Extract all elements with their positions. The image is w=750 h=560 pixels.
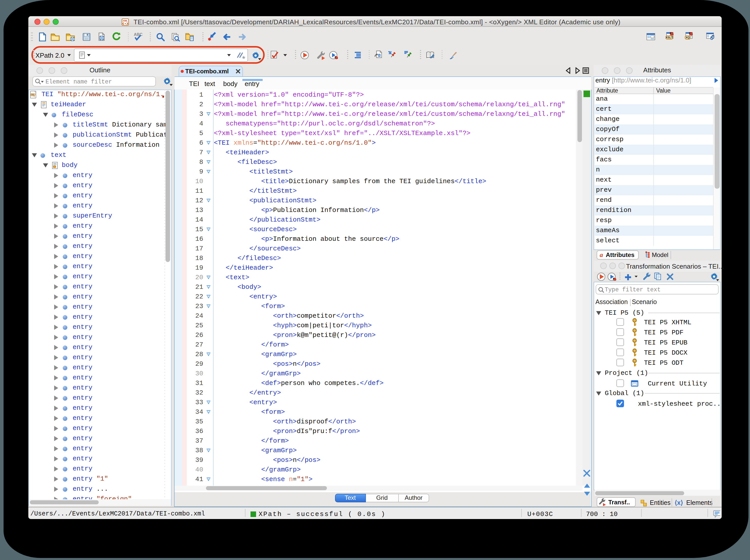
svg-text:ABC: ABC: [134, 33, 143, 37]
svg-text:XQ: XQ: [686, 36, 690, 39]
svg-text:XSLT: XSLT: [666, 36, 673, 39]
svg-text:TEI: TEI: [31, 94, 34, 96]
